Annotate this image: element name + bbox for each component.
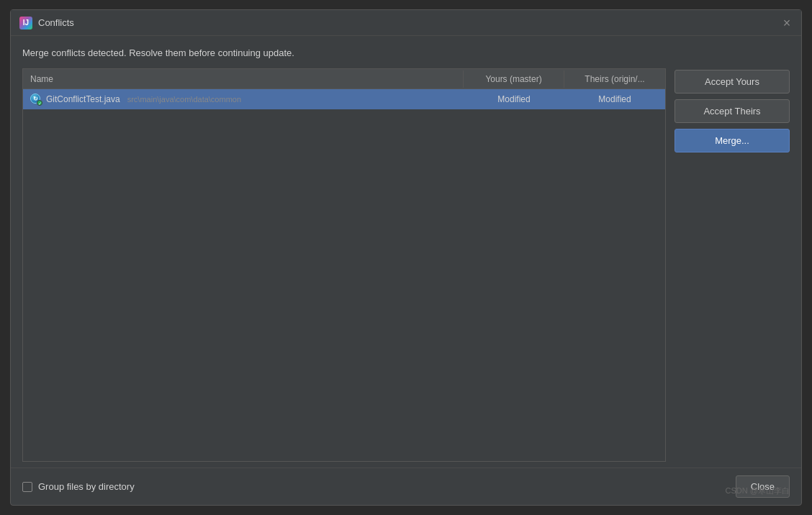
subtitle-text: Merge conflicts detected. Resolve them b… <box>22 47 790 58</box>
cell-name: ↻ ✓ GitConflictTest.java src\main\java\c… <box>23 90 464 109</box>
conflicts-dialog: IJ Conflicts × Merge conflicts detected.… <box>10 9 802 506</box>
content-area: Name Yours (master) Theirs (origin/... ↻… <box>22 68 790 462</box>
footer-actions: Close <box>736 475 790 498</box>
accept-theirs-button[interactable]: Accept Theirs <box>675 99 790 123</box>
close-icon[interactable]: × <box>781 17 793 29</box>
cell-theirs: Modified <box>564 91 665 108</box>
accept-yours-button[interactable]: Accept Yours <box>675 70 790 94</box>
file-name: GitConflictTest.java <box>46 94 120 104</box>
col-header-theirs: Theirs (origin/... <box>564 70 665 88</box>
group-by-directory-checkbox[interactable]: Group files by directory <box>22 481 135 492</box>
conflicts-table: Name Yours (master) Theirs (origin/... ↻… <box>22 68 666 462</box>
col-header-yours: Yours (master) <box>464 70 564 88</box>
close-button[interactable]: Close <box>736 475 790 498</box>
table-row[interactable]: ↻ ✓ GitConflictTest.java src\main\java\c… <box>23 89 665 109</box>
file-icon: ↻ ✓ <box>30 94 42 105</box>
app-icon: IJ <box>19 17 32 29</box>
dialog-title: Conflicts <box>38 17 781 28</box>
dialog-body: Merge conflicts detected. Resolve them b… <box>11 36 801 468</box>
title-bar: IJ Conflicts × <box>11 10 801 36</box>
checkbox-input[interactable] <box>22 482 32 492</box>
table-body: ↻ ✓ GitConflictTest.java src\main\java\c… <box>23 89 665 461</box>
col-header-name: Name <box>23 70 464 88</box>
cell-yours: Modified <box>464 91 564 108</box>
table-header: Name Yours (master) Theirs (origin/... <box>23 69 665 89</box>
file-path: src\main\java\com\data\common <box>127 95 241 104</box>
checkbox-label: Group files by directory <box>38 481 135 492</box>
buttons-panel: Accept Yours Accept Theirs Merge... <box>675 68 790 462</box>
merge-button[interactable]: Merge... <box>675 129 790 152</box>
dialog-footer: Group files by directory Close <box>11 468 801 505</box>
